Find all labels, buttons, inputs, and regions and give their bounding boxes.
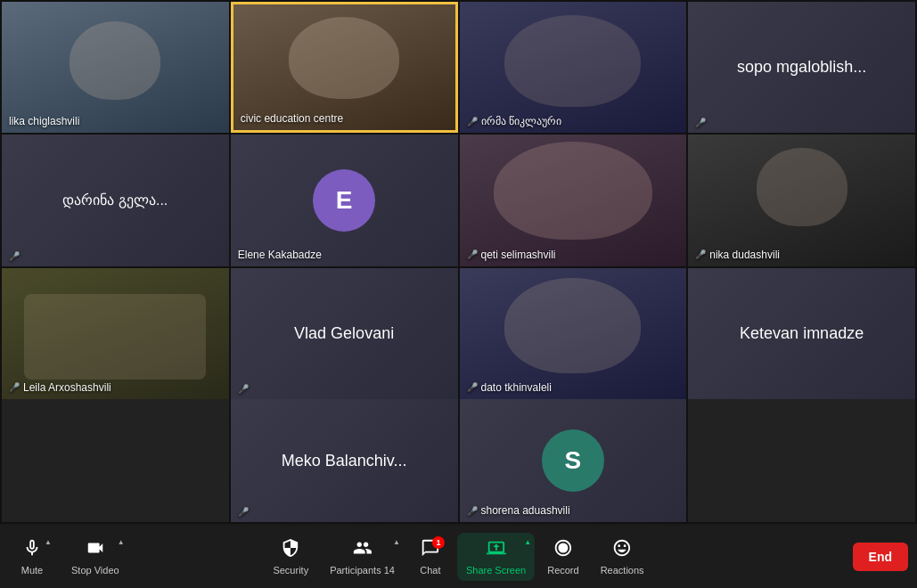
stop-video-button[interactable]: ▲ Stop Video bbox=[62, 533, 128, 581]
mute-icon: 🎤 bbox=[467, 506, 478, 516]
security-button[interactable]: Security bbox=[264, 533, 317, 581]
record-icon bbox=[553, 538, 573, 562]
mute-icon: 🎤 bbox=[467, 117, 478, 127]
participant-name: shorena aduashvili bbox=[481, 504, 570, 517]
participant-tile-empty1 bbox=[2, 399, 229, 522]
participant-tile-meko[interactable]: Meko Balanchiv... 🎤 bbox=[231, 399, 458, 522]
participants-button[interactable]: Participants 14 ▲ bbox=[321, 533, 404, 581]
end-button[interactable]: End bbox=[853, 543, 908, 571]
security-icon bbox=[281, 538, 300, 562]
participant-name: dato tkhinvaleli bbox=[481, 381, 552, 394]
mute-icon: 🎤 bbox=[467, 382, 478, 392]
share-screen-button[interactable]: ▲ Share Screen bbox=[457, 533, 535, 581]
participant-name: qeti selimashvili bbox=[481, 249, 556, 261]
participant-tile-irma[interactable]: 🎤 ირმა წიკლაური bbox=[460, 2, 687, 133]
video-grid: lika chiglashvili civic education centre… bbox=[0, 0, 917, 401]
mic-caret-icon[interactable]: ▲ bbox=[45, 538, 52, 546]
toolbar: ▲ Mute ▲ Stop Video Security bbox=[0, 526, 917, 588]
participant-name: Leila Arxoshashvili bbox=[23, 381, 111, 394]
participant-name: civic education centre bbox=[241, 112, 343, 125]
reactions-icon bbox=[612, 538, 632, 562]
participant-name: ირმა წიკლაური bbox=[481, 115, 561, 127]
participant-tile-leila[interactable]: 🎤 Leila Arxoshashvili bbox=[2, 268, 229, 399]
share-caret-icon[interactable]: ▲ bbox=[524, 538, 531, 546]
participant-tile-ketevan[interactable]: Ketevan imnadze bbox=[688, 268, 915, 399]
participant-tile-nika[interactable]: 🎤 nika dudashvili bbox=[688, 135, 915, 265]
participant-name: Elene Kakabadze bbox=[238, 249, 322, 261]
participant-tile-empty2 bbox=[688, 399, 915, 522]
participant-avatar: S bbox=[542, 429, 604, 492]
participant-tile-civic[interactable]: civic education centre bbox=[231, 2, 458, 133]
participant-display-name: დარინა გელა... bbox=[55, 184, 175, 216]
security-label: Security bbox=[273, 565, 308, 576]
mute-icon: 🎤 bbox=[695, 118, 706, 127]
participant-tile-elene[interactable]: E Elene Kakabadze bbox=[231, 135, 458, 265]
participant-name: lika chiglashvili bbox=[9, 115, 79, 127]
participant-tile-lika[interactable]: lika chiglashvili bbox=[2, 2, 229, 133]
record-button[interactable]: Record bbox=[538, 533, 587, 581]
participant-tile-darina[interactable]: დარინა გელა... 🎤 bbox=[2, 135, 229, 265]
chat-button[interactable]: 1 Chat bbox=[407, 533, 454, 581]
share-screen-label: Share Screen bbox=[466, 565, 526, 576]
reactions-button[interactable]: Reactions bbox=[592, 533, 653, 581]
video-caret-icon[interactable]: ▲ bbox=[118, 538, 125, 546]
participant-display-name: Vlad Gelovani bbox=[287, 317, 401, 350]
mute-icon: 🎤 bbox=[9, 251, 20, 261]
mute-icon: 🎤 bbox=[238, 507, 249, 517]
share-screen-icon bbox=[487, 538, 506, 562]
chat-badge: 1 bbox=[432, 536, 445, 549]
camera-icon bbox=[86, 538, 105, 562]
participant-tile-dato[interactable]: 🎤 dato tkhinvaleli bbox=[460, 268, 687, 399]
participants-icon bbox=[353, 538, 373, 562]
participant-tile-sopo[interactable]: sopo mgaloblish... 🎤 bbox=[688, 2, 915, 133]
chat-label: Chat bbox=[420, 565, 440, 576]
mute-label: Mute bbox=[21, 565, 43, 576]
mute-button[interactable]: ▲ Mute bbox=[9, 533, 55, 581]
mute-icon: 🎤 bbox=[238, 384, 249, 394]
participant-tile-shorena[interactable]: S 🎤 shorena aduashvili bbox=[460, 399, 687, 522]
participant-name: nika dudashvili bbox=[709, 249, 780, 261]
mic-icon bbox=[22, 538, 42, 562]
participants-caret-icon[interactable]: ▲ bbox=[393, 538, 400, 546]
record-label: Record bbox=[547, 565, 578, 576]
mute-icon: 🎤 bbox=[9, 382, 20, 392]
participant-display-name: Ketevan imnadze bbox=[733, 317, 871, 350]
stop-video-label: Stop Video bbox=[71, 565, 119, 576]
participant-avatar: E bbox=[313, 169, 375, 232]
participant-display-name: sopo mgaloblish... bbox=[730, 51, 873, 84]
reactions-label: Reactions bbox=[601, 565, 644, 576]
participant-display-name: Meko Balanchiv... bbox=[274, 445, 414, 478]
mute-icon: 🎤 bbox=[695, 249, 706, 259]
participant-tile-vlad[interactable]: Vlad Gelovani 🎤 bbox=[231, 268, 458, 399]
svg-point-0 bbox=[558, 543, 568, 553]
mute-icon: 🎤 bbox=[467, 249, 478, 259]
participants-label: Participants 14 bbox=[330, 565, 395, 576]
participant-tile-qeti[interactable]: 🎤 qeti selimashvili bbox=[460, 135, 687, 265]
